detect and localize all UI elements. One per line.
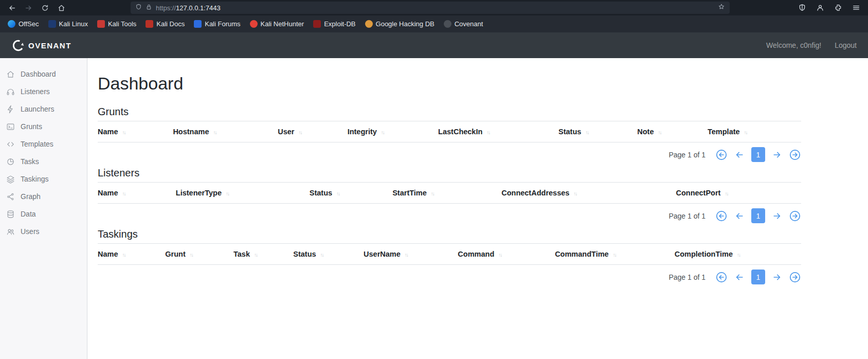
bookmark-ghdb[interactable]: Google Hacking DB [360, 18, 439, 30]
column-label: CompletionTime [675, 250, 733, 258]
lock-icon[interactable] [146, 3, 152, 12]
brand-text: OVENANT [28, 41, 71, 50]
code-icon [6, 140, 15, 149]
column-header-lastcheckin[interactable]: LastCheckIn [438, 121, 558, 142]
column-header-name[interactable]: Name [98, 244, 165, 265]
url-host: 127.0.0.1:7443 [176, 4, 221, 12]
column-header-status[interactable]: Status [293, 244, 364, 265]
protections-shield-icon[interactable] [795, 2, 809, 14]
sort-icon [250, 250, 257, 258]
database-icon [6, 210, 15, 219]
column-header-completiontime[interactable]: CompletionTime [675, 244, 801, 265]
account-icon[interactable] [813, 2, 827, 14]
reload-icon[interactable] [38, 2, 51, 14]
sidebar-item-label: Users [21, 227, 40, 236]
sort-icon [118, 189, 125, 197]
next-page-button[interactable] [772, 150, 782, 160]
sidebar-item-taskings[interactable]: Taskings [0, 170, 87, 188]
column-header-user[interactable]: User [278, 121, 347, 142]
column-header-starttime[interactable]: StartTime [392, 183, 501, 204]
bookmark-kali-tools[interactable]: Kali Tools [93, 18, 141, 30]
tracking-shield-icon[interactable] [135, 3, 142, 12]
prev-page-button[interactable] [734, 150, 745, 160]
bookmark-kali-docs[interactable]: Kali Docs [141, 18, 189, 30]
bookmark-covenant[interactable]: Covenant [439, 18, 488, 30]
sort-icon [494, 250, 501, 258]
navbar-right: Welcome, c0nfig! Logout [766, 41, 857, 49]
column-header-note[interactable]: Note [637, 121, 708, 142]
covenant-brand[interactable]: OVENANT [11, 39, 71, 52]
bookmark-label: Covenant [455, 20, 483, 28]
column-header-hostname[interactable]: Hostname [173, 121, 278, 142]
column-header-connectaddresses[interactable]: ConnectAddresses [501, 183, 676, 204]
url-scheme: https:// [156, 4, 176, 12]
last-page-button[interactable] [789, 149, 801, 161]
prev-page-button[interactable] [734, 211, 745, 221]
grunts-table: Name Hostname User Integrity LastCheckIn… [98, 121, 801, 142]
bookmark-kali-forums[interactable]: Kali Forums [189, 18, 245, 30]
column-header-name[interactable]: Name [98, 183, 176, 204]
sidebar-item-data[interactable]: Data [0, 205, 87, 223]
first-page-button[interactable] [715, 210, 728, 222]
column-header-command[interactable]: Command [458, 244, 555, 265]
sidebar-item-templates[interactable]: Templates [0, 135, 87, 153]
column-label: UserName [364, 250, 401, 258]
page-indicator: Page 1 of 1 [668, 273, 706, 281]
url-bar[interactable]: https:// 127.0.0.1:7443 [131, 2, 730, 14]
sidebar-item-graph[interactable]: Graph [0, 188, 87, 205]
sidebar-item-dashboard[interactable]: Dashboard [0, 65, 87, 83]
column-header-connectport[interactable]: ConnectPort [676, 183, 801, 204]
sidebar-item-listeners[interactable]: Listeners [0, 83, 87, 100]
column-label: Template [708, 128, 740, 136]
page-indicator: Page 1 of 1 [668, 212, 706, 220]
sort-icon [654, 128, 661, 136]
column-header-commandtime[interactable]: CommandTime [555, 244, 675, 265]
sort-icon [294, 128, 301, 136]
sidebar-item-launchers[interactable]: Launchers [0, 100, 87, 118]
terminal-icon [6, 122, 15, 131]
last-page-button[interactable] [789, 210, 801, 222]
sidebar-item-label: Dashboard [21, 70, 56, 78]
menu-icon[interactable] [849, 2, 863, 14]
last-page-button[interactable] [789, 271, 801, 283]
forward-icon[interactable] [22, 2, 35, 14]
bookmark-star-icon[interactable] [718, 3, 725, 12]
back-icon[interactable] [5, 2, 19, 14]
extensions-puzzle-icon[interactable] [831, 2, 845, 14]
column-header-grunt[interactable]: Grunt [165, 244, 233, 265]
column-header-integrity[interactable]: Integrity [348, 121, 438, 142]
sidebar-item-tasks[interactable]: Tasks [0, 153, 87, 170]
next-page-button[interactable] [772, 272, 782, 282]
home-icon[interactable] [55, 2, 68, 14]
bookmark-kali-nethunter[interactable]: Kali NetHunter [245, 18, 309, 30]
column-header-name[interactable]: Name [98, 121, 173, 142]
bookmark-offsec[interactable]: OffSec [3, 18, 44, 30]
prev-page-button[interactable] [734, 272, 745, 282]
share-icon [6, 192, 15, 201]
first-page-button[interactable] [715, 149, 728, 161]
column-header-template[interactable]: Template [708, 121, 801, 142]
column-header-task[interactable]: Task [233, 244, 293, 265]
sidebar-item-grunts[interactable]: Grunts [0, 118, 87, 135]
next-page-button[interactable] [772, 211, 782, 221]
current-page-button[interactable]: 1 [751, 147, 765, 162]
kali-nethunter-icon [250, 20, 258, 28]
bookmark-exploit-db[interactable]: Exploit-DB [309, 18, 360, 30]
sort-icon [720, 189, 728, 197]
column-label: ConnectAddresses [501, 189, 569, 197]
current-page-button[interactable]: 1 [751, 208, 765, 223]
column-header-listenertype[interactable]: ListenerType [176, 183, 310, 204]
logout-link[interactable]: Logout [835, 41, 857, 49]
users-icon [6, 227, 15, 236]
kali-docs-icon [146, 20, 153, 28]
first-page-button[interactable] [715, 271, 728, 283]
column-header-status[interactable]: Status [558, 121, 637, 142]
grunts-pagination: Page 1 of 1 1 [98, 147, 801, 162]
column-header-status[interactable]: Status [310, 183, 392, 204]
sidebar-item-users[interactable]: Users [0, 223, 87, 240]
column-header-username[interactable]: UserName [364, 244, 458, 265]
current-page-button[interactable]: 1 [751, 270, 765, 284]
taskings-heading: Taskings [98, 228, 801, 240]
bookmark-kali-linux[interactable]: Kali Linux [44, 18, 93, 30]
offsec-icon [8, 20, 15, 28]
